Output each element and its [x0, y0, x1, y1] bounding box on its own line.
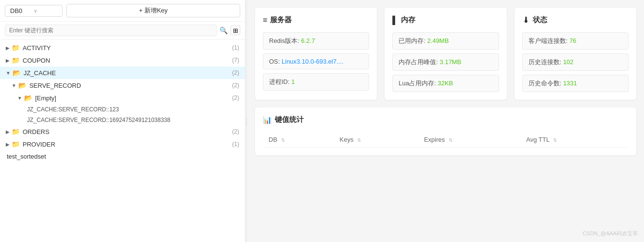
tree-item-label: JZ_CACHE	[24, 69, 56, 77]
col-expires[interactable]: Expires ⇅	[418, 132, 520, 148]
tree-key-item-2[interactable]: JZ_CACHE:SERVE_RECORD::16924752491210383…	[0, 115, 245, 125]
chevron-right-icon: ▶	[6, 142, 10, 147]
tree-item-test-sortedset[interactable]: test_sortedset	[0, 150, 245, 162]
process-id-label: 进程ID:	[269, 78, 291, 85]
os-value: Linux3.10.0-693.el7....	[282, 58, 344, 65]
tree-item-count: (2)	[232, 82, 239, 89]
chevron-right-icon: ▶	[6, 129, 10, 134]
lua-memory-label: Lua占用内存:	[399, 80, 438, 87]
server-icon: ≡	[263, 16, 267, 25]
info-cards-row: ≡ 服务器 Redis版本: 6.2.7 OS: Linux3.10.0-693…	[255, 8, 636, 100]
used-memory-value: 2.49MB	[427, 37, 449, 44]
status-icon: 🌡	[522, 16, 530, 25]
server-card: ≡ 服务器 Redis版本: 6.2.7 OS: Linux3.10.0-693…	[255, 8, 377, 100]
server-card-title: ≡ 服务器	[263, 15, 369, 25]
lua-memory-value: 32KB	[438, 80, 453, 87]
db-select[interactable]: DB0 ∨	[5, 5, 63, 17]
peak-memory-value: 3.17MB	[440, 58, 462, 66]
used-memory-row: 已用内存: 2.49MB	[392, 32, 499, 50]
chevron-right-icon: ▶	[6, 58, 10, 63]
tree-item-orders[interactable]: ▶ 📁 ORDERS (2)	[0, 125, 245, 138]
tree-item-label: [Empty]	[35, 94, 56, 102]
status-card: 🌡 状态 客户端连接数: 76 历史连接数: 102 历史命令数: 1331	[515, 8, 636, 100]
stats-title: 📊 键值统计	[263, 115, 629, 124]
tree-item-provider[interactable]: ▶ 📁 PROVIDER (1)	[0, 138, 245, 150]
status-card-title: 🌡 状态	[522, 15, 629, 25]
chevron-right-icon: ▶	[6, 45, 10, 51]
tree-item-label: SERVE_RECORD	[29, 82, 81, 89]
key-label: test_sortedset	[7, 153, 46, 160]
tree-key-item-1[interactable]: JZ_CACHE:SERVE_RECORD::123	[0, 104, 245, 115]
history-connections-value: 102	[563, 58, 574, 66]
redis-version-row: Redis版本: 6.2.7	[263, 32, 369, 50]
add-key-button[interactable]: + 新增Key	[66, 4, 240, 17]
folder-open-icon: 📂	[18, 81, 26, 89]
key-label: JZ_CACHE:SERVE_RECORD::16924752491210383…	[27, 117, 170, 123]
tree-item-coupon[interactable]: ▶ 📁 COUPON (7)	[0, 54, 245, 67]
col-keys[interactable]: Keys ⇅	[334, 132, 418, 148]
chevron-down-icon: ▼	[12, 83, 16, 88]
tree-item-serve-record[interactable]: ▼ 📂 SERVE_RECORD (2)	[0, 79, 245, 92]
chevron-down-icon: ∨	[34, 8, 37, 13]
used-memory-label: 已用内存:	[399, 37, 427, 44]
history-connections-label: 历史连接数:	[528, 58, 563, 66]
tree-item-count: (2)	[232, 69, 239, 76]
sort-icon: ⇅	[357, 137, 361, 143]
redis-version-value: 6.2.7	[301, 37, 315, 44]
memory-card: ▌ 内存 已用内存: 2.49MB 内存占用峰值: 3.17MB Lua占用内存…	[385, 8, 506, 100]
tree-item-empty[interactable]: ▼ 📂 [Empty] (2)	[0, 92, 245, 104]
sort-icon: ⇅	[553, 137, 557, 143]
tree-item-label: ORDERS	[23, 128, 50, 135]
folder-open-icon: 📂	[13, 69, 21, 77]
client-connections-row: 客户端连接数: 76	[522, 32, 629, 50]
folder-icon: 📁	[12, 128, 20, 135]
chevron-down-icon: ▼	[17, 95, 22, 101]
process-id-value: 1	[291, 78, 295, 85]
key-label: JZ_CACHE:SERVE_RECORD::123	[27, 106, 119, 113]
redis-version-label: Redis版本:	[269, 37, 301, 44]
history-commands-label: 历史命令数:	[528, 80, 563, 87]
tree-list: ▶ 📁 ACTIVITY (1) ▶ 📁 COUPON (7) ▼ 📂 JZ_C…	[0, 40, 245, 242]
search-input[interactable]	[5, 25, 217, 36]
sidebar: DB0 ∨ + 新增Key 🔍 ⊞ ▶ 📁 ACTIVITY (1) ▶ 📁 C…	[0, 0, 245, 242]
folder-icon: 📁	[12, 140, 20, 148]
tree-item-jz-cache[interactable]: ▼ 📂 JZ_CACHE (2)	[0, 67, 245, 79]
os-label: OS:	[269, 58, 282, 65]
process-id-row: 进程ID: 1	[263, 73, 369, 91]
sort-icon: ⇅	[281, 137, 285, 143]
tree-item-label: PROVIDER	[23, 141, 55, 148]
os-row: OS: Linux3.10.0-693.el7....	[263, 54, 369, 69]
memory-icon: ▌	[392, 16, 398, 25]
peak-memory-label: 内存占用峰值:	[399, 58, 439, 66]
folder-icon: 📁	[12, 44, 20, 52]
folder-open-icon: 📂	[24, 94, 32, 102]
client-connections-value: 76	[569, 37, 576, 44]
client-connections-label: 客户端连接数:	[528, 37, 569, 44]
watermark: CSDN_@AAA码农宝哥.	[582, 230, 639, 237]
folder-icon: 📁	[12, 56, 20, 64]
peak-memory-row: 内存占用峰值: 3.17MB	[392, 54, 499, 71]
chevron-down-icon: ▼	[6, 70, 11, 76]
sidebar-header: DB0 ∨ + 新增Key	[0, 0, 245, 22]
tree-item-count: (7)	[232, 57, 239, 64]
db-select-label: DB0	[10, 7, 22, 14]
memory-card-title: ▌ 内存	[392, 15, 499, 25]
history-commands-value: 1331	[563, 80, 577, 87]
tree-item-count: (2)	[232, 128, 239, 135]
stats-section: 📊 键值统计 DB ⇅ Keys ⇅ Expires ⇅	[255, 108, 636, 155]
grid-view-button[interactable]: ⊞	[231, 26, 240, 35]
tree-item-count: (2)	[232, 94, 239, 101]
history-connections-row: 历史连接数: 102	[522, 54, 629, 71]
sort-icon: ⇅	[449, 137, 452, 143]
lua-memory-row: Lua占用内存: 32KB	[392, 75, 499, 92]
tree-item-activity[interactable]: ▶ 📁 ACTIVITY (1)	[0, 41, 245, 54]
col-db[interactable]: DB ⇅	[263, 132, 334, 148]
tree-item-label: ACTIVITY	[23, 44, 51, 52]
history-commands-row: 历史命令数: 1331	[522, 75, 629, 92]
main-content: ≡ 服务器 Redis版本: 6.2.7 OS: Linux3.10.0-693…	[247, 0, 644, 242]
tree-item-label: COUPON	[23, 57, 50, 64]
stats-icon: 📊	[263, 116, 272, 124]
col-avg-ttl[interactable]: Avg TTL ⇅	[520, 132, 629, 148]
tree-item-count: (1)	[232, 141, 239, 148]
search-icon[interactable]: 🔍	[219, 27, 228, 34]
